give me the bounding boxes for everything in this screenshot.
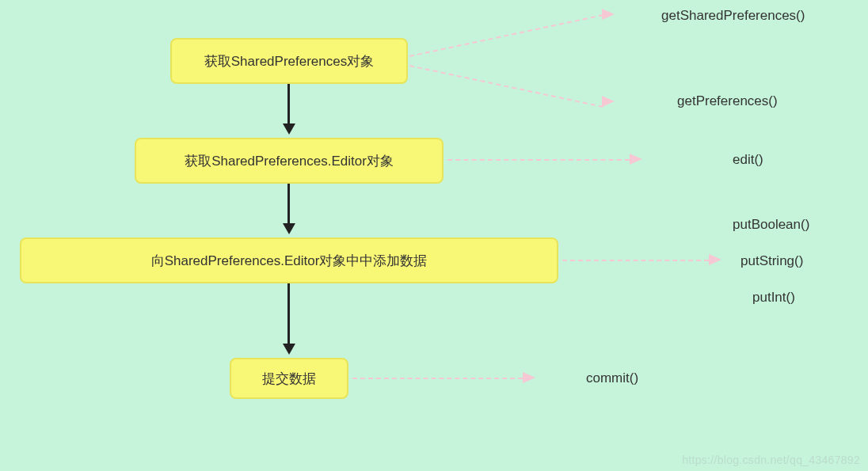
method-getprefs: getPreferences() bbox=[677, 93, 778, 109]
step-label: 获取SharedPreferences.Editor对象 bbox=[185, 152, 394, 170]
dash-n1-up-head bbox=[602, 9, 615, 20]
dash-n3-head bbox=[709, 254, 721, 265]
watermark: https://blog.csdn.net/qq_43467892 bbox=[682, 454, 860, 466]
method-getsharedprefs: getSharedPreferences() bbox=[661, 8, 805, 24]
step-get-editor: 获取SharedPreferences.Editor对象 bbox=[135, 138, 444, 184]
arrow-2-3-head bbox=[283, 223, 295, 234]
method-edit: edit() bbox=[733, 152, 763, 168]
step-label: 获取SharedPreferences对象 bbox=[204, 52, 374, 70]
step-commit: 提交数据 bbox=[230, 358, 348, 399]
step-label: 向SharedPreferences.Editor对象中中添加数据 bbox=[151, 252, 428, 270]
dash-n1-down bbox=[409, 65, 603, 108]
arrow-1-2-head bbox=[283, 123, 295, 135]
step-put-data: 向SharedPreferences.Editor对象中中添加数据 bbox=[20, 237, 558, 283]
method-putstring: putString() bbox=[740, 253, 803, 269]
dash-n1-up bbox=[409, 14, 603, 57]
dash-n3 bbox=[562, 260, 709, 261]
step-label: 提交数据 bbox=[262, 370, 316, 388]
method-commit: commit() bbox=[586, 370, 638, 386]
dash-n2-head bbox=[630, 154, 642, 165]
method-putint: putInt() bbox=[752, 290, 795, 306]
arrow-1-2 bbox=[287, 84, 290, 123]
arrow-3-4-head bbox=[283, 344, 295, 355]
dash-n1-down-head bbox=[602, 96, 615, 107]
dash-n4 bbox=[352, 378, 523, 379]
step-get-sharedprefs: 获取SharedPreferences对象 bbox=[170, 38, 408, 84]
dash-n2 bbox=[447, 159, 630, 161]
method-putbool: putBoolean() bbox=[733, 217, 809, 233]
arrow-3-4 bbox=[287, 283, 290, 344]
dash-n4-head bbox=[523, 372, 535, 383]
arrow-2-3 bbox=[287, 184, 290, 223]
